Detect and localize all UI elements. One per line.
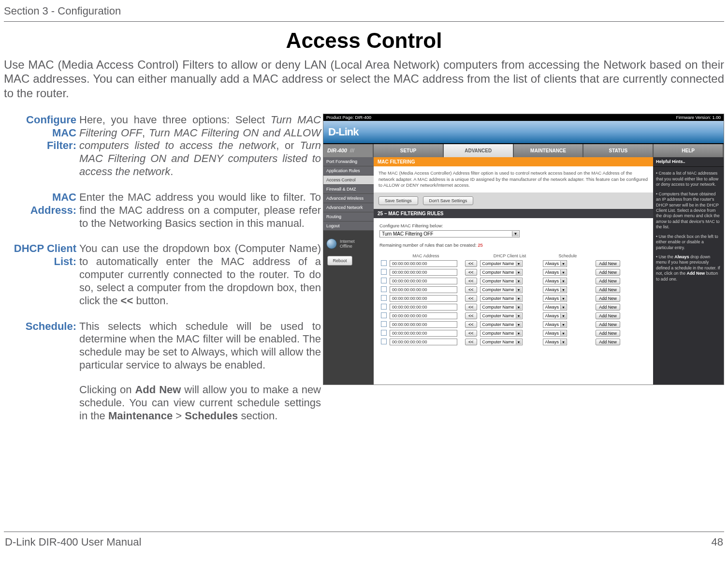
sidebar-item[interactable]: Advanced Network: [323, 203, 374, 212]
schedule-select[interactable]: Always▼: [543, 339, 568, 345]
copy-mac-button[interactable]: <<: [465, 269, 477, 276]
schedule-select[interactable]: Always▼: [543, 260, 568, 267]
add-new-button[interactable]: Add New: [596, 304, 620, 311]
reboot-button[interactable]: Reboot: [327, 256, 352, 266]
dont-save-settings-button[interactable]: Don't Save Settings: [423, 196, 474, 205]
copy-mac-button[interactable]: <<: [465, 304, 477, 311]
chevron-down-icon: ▼: [560, 322, 566, 327]
schedule-select[interactable]: Always▼: [543, 295, 568, 302]
computer-name-select[interactable]: Computer Name▼: [480, 269, 523, 276]
sidebar-item[interactable]: Routing: [323, 212, 374, 222]
hint-item: • Use the check box on the left to eithe…: [656, 234, 721, 251]
status-line2: Offline: [340, 244, 355, 249]
panel-desc: The MAC (Media Access Controller) Addres…: [374, 166, 653, 192]
sidebar-item[interactable]: Advanced Wireless: [323, 194, 374, 203]
schedule-select[interactable]: Always▼: [543, 330, 568, 337]
add-new-button[interactable]: Add New: [596, 339, 620, 345]
table-row: 00:00:00:00:00:00<<Computer Name▼Always▼…: [379, 294, 647, 303]
sidebar-item[interactable]: Port Forwarding: [323, 157, 374, 166]
add-new-button[interactable]: Add New: [596, 321, 620, 328]
sidebar-item[interactable]: Logout: [323, 222, 374, 231]
mac-input[interactable]: 00:00:00:00:00:00: [390, 304, 457, 311]
copy-mac-button[interactable]: <<: [465, 330, 477, 337]
copy-mac-button[interactable]: <<: [465, 339, 477, 345]
add-new-button[interactable]: Add New: [596, 330, 620, 337]
globe-icon: [326, 238, 337, 249]
row-checkbox[interactable]: [381, 260, 387, 266]
row-checkbox[interactable]: [381, 295, 387, 301]
computer-name-select[interactable]: Computer Name▼: [480, 330, 523, 337]
nav-tab-advanced[interactable]: ADVANCED: [444, 144, 514, 157]
add-new-button[interactable]: Add New: [596, 278, 620, 284]
mac-filtering-select[interactable]: Turn MAC Filtering OFF ▼: [379, 230, 520, 237]
row-checkbox[interactable]: [381, 330, 387, 336]
computer-name-select[interactable]: Computer Name▼: [480, 260, 523, 267]
add-new-button[interactable]: Add New: [596, 286, 620, 293]
schedule-select[interactable]: Always▼: [543, 286, 568, 293]
copy-mac-button[interactable]: <<: [465, 295, 477, 302]
footer-left: D-Link DIR-400 User Manual: [5, 536, 141, 548]
chevron-down-icon: ▼: [560, 305, 566, 310]
computer-name-select[interactable]: Computer Name▼: [480, 286, 523, 293]
sidebar-item[interactable]: Access Control: [323, 176, 374, 185]
save-settings-button[interactable]: Save Settings: [379, 196, 418, 205]
schedule-select[interactable]: Always▼: [543, 304, 568, 311]
nav-tab-setup[interactable]: SETUP: [374, 144, 444, 157]
computer-name-select[interactable]: Computer Name▼: [480, 278, 523, 284]
mac-input[interactable]: 00:00:00:00:00:00: [390, 312, 457, 319]
schedule-select[interactable]: Always▼: [543, 269, 568, 276]
chevron-down-icon: ▼: [512, 231, 519, 237]
section-header: Section 3 - Configuration: [4, 5, 724, 21]
add-new-button[interactable]: Add New: [596, 260, 620, 267]
row-checkbox[interactable]: [381, 278, 387, 283]
schedule-select[interactable]: Always▼: [543, 321, 568, 328]
row-checkbox[interactable]: [381, 339, 387, 344]
mac-input[interactable]: 00:00:00:00:00:00: [390, 260, 457, 267]
computer-name-select[interactable]: Computer Name▼: [480, 304, 523, 311]
sidebar-item[interactable]: Firewall & DMZ: [323, 185, 374, 194]
mac-input[interactable]: 00:00:00:00:00:00: [390, 330, 457, 337]
computer-name-select[interactable]: Computer Name▼: [480, 295, 523, 302]
table-row: 00:00:00:00:00:00<<Computer Name▼Always▼…: [379, 338, 647, 346]
copy-mac-button[interactable]: <<: [465, 321, 477, 328]
sidebar-item[interactable]: Application Rules: [323, 166, 374, 176]
mac-input[interactable]: 00:00:00:00:00:00: [390, 286, 457, 293]
breadcrumb-slashes: ///: [350, 148, 354, 153]
mac-input[interactable]: 00:00:00:00:00:00: [390, 339, 457, 345]
mac-input[interactable]: 00:00:00:00:00:00: [390, 278, 457, 284]
chevron-down-icon: ▼: [560, 287, 566, 292]
row-checkbox[interactable]: [381, 304, 387, 310]
copy-mac-button[interactable]: <<: [465, 286, 477, 293]
table-row: 00:00:00:00:00:00<<Computer Name▼Always▼…: [379, 311, 647, 320]
computer-name-select[interactable]: Computer Name▼: [480, 339, 523, 345]
row-checkbox[interactable]: [381, 321, 387, 327]
mac-input[interactable]: 00:00:00:00:00:00: [390, 295, 457, 302]
row-checkbox[interactable]: [381, 312, 387, 318]
form-label: Configure MAC Filtering below:: [379, 223, 647, 228]
mac-input[interactable]: 00:00:00:00:00:00: [390, 269, 457, 276]
shot-product: Product Page: DIR-400: [326, 115, 371, 120]
add-new-button[interactable]: Add New: [596, 312, 620, 319]
mac-input[interactable]: 00:00:00:00:00:00: [390, 321, 457, 328]
add-new-button[interactable]: Add New: [596, 269, 620, 276]
computer-name-select[interactable]: Computer Name▼: [480, 312, 523, 319]
nav-tab-status[interactable]: STATUS: [583, 144, 654, 157]
copy-mac-button[interactable]: <<: [465, 278, 477, 284]
nav-tab-maintenance[interactable]: MAINTENANCE: [514, 144, 584, 157]
row-checkbox[interactable]: [381, 286, 387, 292]
table-row: 00:00:00:00:00:00<<Computer Name▼Always▼…: [379, 329, 647, 338]
chevron-down-icon: ▼: [560, 313, 566, 318]
shot-fw: Firmware Version: 1.00: [676, 115, 721, 120]
footer-page-number: 48: [712, 536, 723, 548]
schedule-select[interactable]: Always▼: [543, 278, 568, 284]
copy-mac-button[interactable]: <<: [465, 260, 477, 267]
nav-tab-help[interactable]: HELP: [654, 144, 724, 157]
copy-mac-button[interactable]: <<: [465, 312, 477, 319]
chevron-down-icon: ▼: [516, 296, 522, 301]
computer-name-select[interactable]: Computer Name▼: [480, 321, 523, 328]
hint-item: • Create a list of MAC addresses that yo…: [656, 171, 721, 187]
row-checkbox[interactable]: [381, 269, 387, 275]
schedule-select[interactable]: Always▼: [543, 312, 568, 319]
hint-item: • Computers that have obtained an IP add…: [656, 192, 721, 230]
add-new-button[interactable]: Add New: [596, 295, 620, 302]
